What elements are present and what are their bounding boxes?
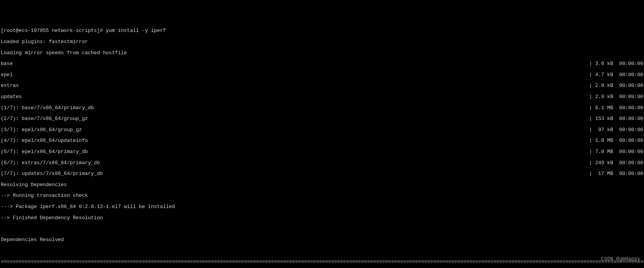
package-line: ---> Package iperf.x86_64 0:2.0.13-1.el7…	[1, 204, 643, 210]
repo-line: epel| 4.7 kB 00:00:00	[1, 72, 643, 78]
download-line: (7/7): updates/7/x86_64/primary_db| 17 M…	[1, 171, 643, 176]
repo-line: base| 3.6 kB 00:00:00	[1, 61, 643, 67]
download-line: (4/7): epel/x86_64/updateinfo| 1.0 MB 00…	[1, 138, 643, 143]
download-line: (2/7): base/7/x86_64/group_gz| 153 kB 00…	[1, 116, 643, 122]
repo-line: extras| 2.9 kB 00:00:00	[1, 83, 643, 88]
repo-line: updates| 2.9 kB 00:00:00	[1, 94, 643, 100]
download-line: (1/7): base/7/x86_64/primary_db| 6.1 MB …	[1, 105, 643, 111]
terminal-output[interactable]: [root@ecs-197955 network-scripts]# yum i…	[1, 23, 643, 268]
blank-line	[1, 226, 643, 231]
divider: ========================================…	[1, 259, 643, 265]
running-check-line: --> Running transaction check	[1, 193, 643, 198]
download-line: (5/7): epel/x86_64/primary_db| 7.0 MB 00…	[1, 149, 643, 155]
resolving-line: Resolving Dependencies	[1, 182, 643, 188]
finished-dep-line: --> Finished Dependency Resolution	[1, 215, 643, 221]
deps-resolved-line: Dependencies Resolved	[1, 237, 643, 243]
watermark: CSDN @gmHappy	[601, 256, 640, 262]
mirror-line: Loading mirror speeds from cached hostfi…	[1, 50, 643, 56]
download-line: (3/7): epel/x86_64/group_gz| 97 kB 00:00…	[1, 127, 643, 133]
shell-prompt: [root@ecs-197955 network-scripts]# yum i…	[1, 28, 643, 33]
blank-line	[1, 248, 643, 253]
download-line: (6/7): extras/7/x86_64/primary_db| 249 k…	[1, 160, 643, 166]
plugins-line: Loaded plugins: fastestmirror	[1, 39, 643, 45]
